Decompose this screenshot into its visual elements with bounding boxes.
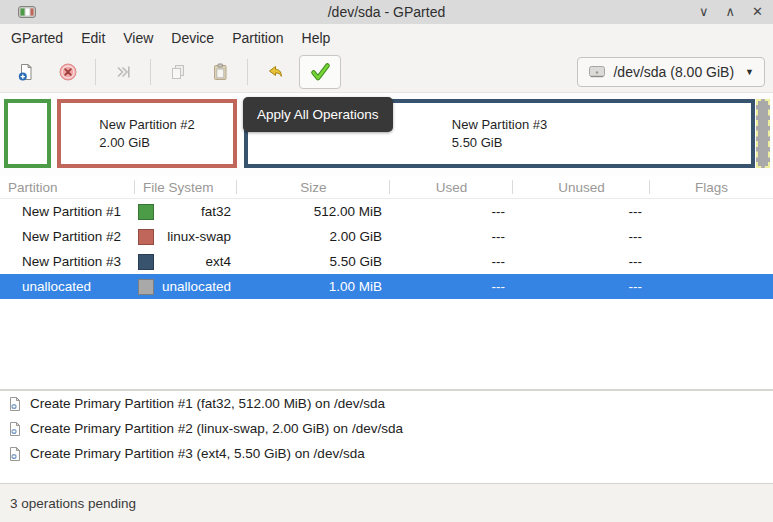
partition-segment-2[interactable]: New Partition #2 2.00 GiB: [57, 99, 237, 168]
toolbar: /dev/sda (8.00 GiB) ▼: [0, 51, 773, 93]
menu-edit[interactable]: Edit: [72, 27, 114, 49]
filesystem-color-swatch: [138, 279, 154, 295]
operation-text: Create Primary Partition #3 (ext4, 5.50 …: [30, 446, 365, 461]
disk-visual-bar: New Partition #2 2.00 GiB New Partition …: [0, 93, 773, 176]
toolbar-separator: [95, 59, 96, 85]
copy-button[interactable]: [160, 56, 196, 88]
undo-icon: [265, 62, 285, 82]
cell-used: ---: [390, 274, 513, 299]
new-partition-icon: [8, 421, 22, 437]
cell-used: ---: [390, 199, 513, 224]
resize-move-button[interactable]: [105, 56, 141, 88]
delete-icon: [58, 62, 78, 82]
paste-icon: [210, 62, 230, 82]
operation-item-2[interactable]: Create Primary Partition #2 (linux-swap,…: [0, 416, 773, 441]
cell-filesystem: unallocated: [135, 274, 237, 299]
cell-unused: ---: [513, 199, 650, 224]
disk-drive-icon: [588, 65, 606, 79]
partition-segment-label: New Partition #3: [452, 116, 547, 134]
cell-partition: New Partition #2: [0, 224, 135, 249]
cell-flags: [650, 224, 773, 249]
operations-empty-area: [0, 466, 773, 483]
column-header-filesystem[interactable]: File System: [135, 176, 237, 198]
operation-item-3[interactable]: Create Primary Partition #3 (ext4, 5.50 …: [0, 441, 773, 466]
dropdown-caret-icon: ▼: [745, 67, 754, 77]
table-row-partition-1[interactable]: New Partition #1 fat32 512.00 MiB --- --…: [0, 199, 773, 224]
window-controls: ∨ ∧ ✕: [699, 0, 763, 24]
cell-used: ---: [390, 249, 513, 274]
maximize-icon[interactable]: ∧: [726, 0, 736, 24]
menubar: GParted Edit View Device Partition Help: [0, 24, 773, 51]
new-partition-button[interactable]: [8, 56, 44, 88]
minimize-icon[interactable]: ∨: [699, 0, 709, 24]
partition-segment-unallocated-selected[interactable]: [756, 99, 770, 168]
menu-partition[interactable]: Partition: [223, 27, 292, 49]
filesystem-color-swatch: [138, 254, 154, 270]
paste-button[interactable]: [202, 56, 238, 88]
cell-size: 512.00 MiB: [237, 199, 390, 224]
column-header-unused[interactable]: Unused: [513, 176, 650, 198]
cell-partition: New Partition #1: [0, 199, 135, 224]
table-empty-area: [0, 299, 773, 389]
cell-unused: ---: [513, 274, 650, 299]
partition-segment-size: 5.50 GiB: [452, 134, 547, 152]
cell-flags: [650, 249, 773, 274]
cell-size: 5.50 GiB: [237, 249, 390, 274]
table-row-unallocated-selected[interactable]: unallocated unallocated 1.00 MiB --- ---: [0, 274, 773, 299]
menu-gparted[interactable]: GParted: [2, 27, 72, 49]
apply-checkmark-icon: [309, 62, 331, 82]
cell-unused: ---: [513, 224, 650, 249]
statusbar: 3 operations pending: [0, 484, 773, 522]
undo-button[interactable]: [257, 56, 293, 88]
pending-operations-count: 3 operations pending: [10, 496, 136, 511]
toolbar-separator: [150, 59, 151, 85]
cell-partition: New Partition #3: [0, 249, 135, 274]
partition-segment-size: 2.00 GiB: [99, 134, 194, 152]
titlebar: /dev/sda - GParted ∨ ∧ ✕: [0, 0, 773, 24]
operation-item-1[interactable]: Create Primary Partition #1 (fat32, 512.…: [0, 391, 773, 416]
menu-device[interactable]: Device: [162, 27, 223, 49]
copy-icon: [168, 62, 188, 82]
cell-size: 2.00 GiB: [237, 224, 390, 249]
cell-used: ---: [390, 224, 513, 249]
cell-flags: [650, 199, 773, 224]
operation-text: Create Primary Partition #1 (fat32, 512.…: [30, 396, 385, 411]
column-header-partition[interactable]: Partition: [0, 176, 135, 198]
filesystem-color-swatch: [138, 229, 154, 245]
gparted-window: /dev/sda - GParted ∨ ∧ ✕ GParted Edit Vi…: [0, 0, 773, 522]
close-icon[interactable]: ✕: [752, 0, 763, 24]
column-header-used[interactable]: Used: [390, 176, 513, 198]
cell-size: 1.00 MiB: [237, 274, 390, 299]
filesystem-color-swatch: [138, 204, 154, 220]
menu-view[interactable]: View: [114, 27, 162, 49]
apply-all-operations-button[interactable]: [299, 55, 341, 89]
cell-filesystem: fat32: [135, 199, 237, 224]
device-selector[interactable]: /dev/sda (8.00 GiB) ▼: [577, 57, 765, 87]
partition-table-header: Partition File System Size Used Unused F…: [0, 176, 773, 199]
resize-move-icon: [113, 62, 133, 82]
operation-text: Create Primary Partition #2 (linux-swap,…: [30, 421, 403, 436]
column-header-size[interactable]: Size: [237, 176, 390, 198]
cell-filesystem: ext4: [135, 249, 237, 274]
device-selector-value: /dev/sda (8.00 GiB): [613, 64, 734, 80]
new-partition-icon: [8, 446, 22, 462]
table-row-partition-3[interactable]: New Partition #3 ext4 5.50 GiB --- ---: [0, 249, 773, 274]
column-header-flags[interactable]: Flags: [650, 176, 773, 198]
partition-segment-1[interactable]: [4, 99, 51, 168]
pending-operations-list: Create Primary Partition #1 (fat32, 512.…: [0, 391, 773, 466]
delete-partition-button[interactable]: [50, 56, 86, 88]
tooltip-apply-all-operations: Apply All Operations: [243, 97, 393, 132]
cell-filesystem: linux-swap: [135, 224, 237, 249]
new-partition-icon: [16, 62, 36, 82]
toolbar-separator: [247, 59, 248, 85]
new-partition-icon: [8, 396, 22, 412]
cell-flags: [650, 274, 773, 299]
partition-segment-label: New Partition #2: [99, 116, 194, 134]
table-row-partition-2[interactable]: New Partition #2 linux-swap 2.00 GiB ---…: [0, 224, 773, 249]
cell-unused: ---: [513, 249, 650, 274]
cell-partition: unallocated: [0, 274, 135, 299]
menu-help[interactable]: Help: [293, 27, 340, 49]
window-title: /dev/sda - GParted: [0, 4, 773, 20]
